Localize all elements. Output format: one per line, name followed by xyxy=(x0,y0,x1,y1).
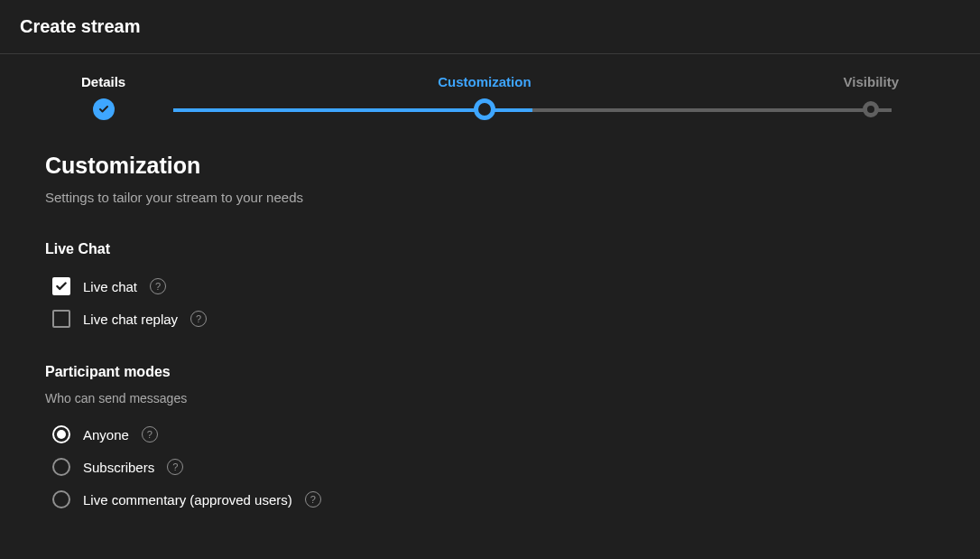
step-label: Customization xyxy=(438,74,531,89)
check-icon xyxy=(98,104,109,115)
section-title: Customization xyxy=(45,153,935,179)
option-live-chat-replay: Live chat replay ? xyxy=(45,310,935,328)
help-icon[interactable]: ? xyxy=(167,459,183,475)
group-title: Participant modes xyxy=(45,364,935,380)
page-title: Create stream xyxy=(20,16,960,37)
step-details[interactable]: Details xyxy=(81,74,125,120)
step-label: Details xyxy=(81,74,125,89)
step-circle-active xyxy=(474,98,495,120)
option-label: Live chat replay xyxy=(83,312,178,327)
header: Create stream xyxy=(0,0,980,54)
help-icon[interactable]: ? xyxy=(190,311,207,327)
step-visibility[interactable]: Visibility xyxy=(844,74,899,117)
track-segment-2 xyxy=(532,108,892,112)
radio-dot xyxy=(57,430,66,439)
option-label: Live commentary (approved users) xyxy=(83,492,292,508)
option-live-chat: Live chat ? xyxy=(45,277,935,295)
step-circle-done xyxy=(93,98,115,120)
option-label: Subscribers xyxy=(83,460,154,475)
option-label: Live chat xyxy=(83,279,137,294)
content: Customization Settings to tailor your st… xyxy=(0,120,980,559)
radio-anyone[interactable] xyxy=(52,425,70,443)
checkbox-live-chat-replay[interactable] xyxy=(52,310,70,328)
step-circle-pending xyxy=(863,101,879,117)
help-icon[interactable]: ? xyxy=(142,426,158,443)
help-icon[interactable]: ? xyxy=(305,491,321,508)
step-label: Visibility xyxy=(844,74,899,89)
option-label: Anyone xyxy=(83,427,129,443)
help-icon[interactable]: ? xyxy=(150,278,166,294)
stepper: Details Customization Visibility xyxy=(0,54,980,120)
group-subtitle: Who can send messages xyxy=(45,391,935,405)
live-chat-group: Live Chat Live chat ? Live chat replay ? xyxy=(45,241,935,328)
radio-subscribers[interactable] xyxy=(52,458,70,476)
option-anyone: Anyone ? xyxy=(45,425,935,443)
section-subtitle: Settings to tailor your stream to your n… xyxy=(45,190,935,205)
radio-live-commentary[interactable] xyxy=(52,490,70,508)
checkbox-live-chat[interactable] xyxy=(52,277,70,295)
check-icon xyxy=(55,280,68,293)
stepper-track xyxy=(173,108,892,112)
step-customization[interactable]: Customization xyxy=(438,74,531,120)
group-title: Live Chat xyxy=(45,241,935,257)
participant-modes-group: Participant modes Who can send messages … xyxy=(45,364,935,508)
option-subscribers: Subscribers ? xyxy=(45,458,935,476)
option-live-commentary: Live commentary (approved users) ? xyxy=(45,490,935,508)
